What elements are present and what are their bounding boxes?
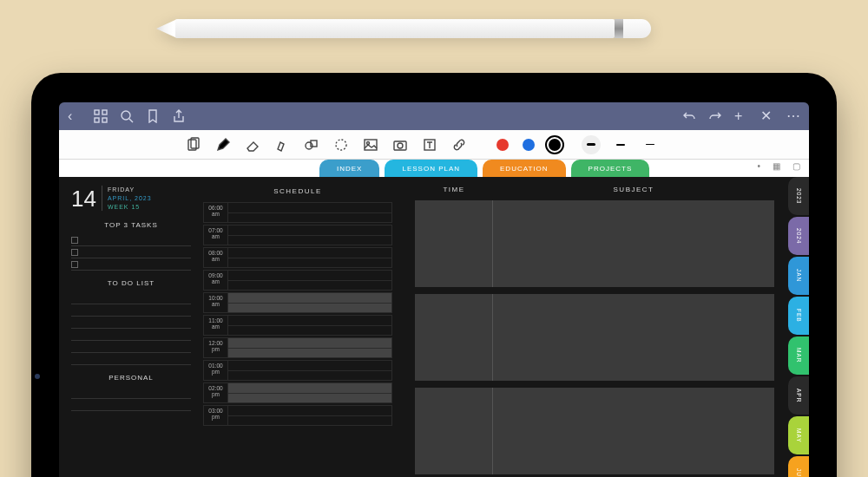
task-row[interactable] <box>71 234 191 246</box>
month-year-label: APRIL, 2023 <box>108 194 152 203</box>
schedule-slot[interactable]: 06:00am <box>203 202 392 223</box>
view-dot-icon[interactable]: • <box>757 161 760 171</box>
day-number: 14 <box>71 186 96 212</box>
add-icon[interactable]: + <box>734 109 748 123</box>
svg-rect-11 <box>365 140 377 150</box>
subject-block[interactable] <box>415 388 774 474</box>
slot-time: 09:00am <box>203 270 227 291</box>
stroke-med[interactable] <box>611 135 630 154</box>
side-tab-may[interactable]: MAY <box>788 416 809 454</box>
color-blue[interactable] <box>523 139 535 151</box>
todo-line[interactable] <box>71 292 191 304</box>
view-grid-icon[interactable]: ▦ <box>773 161 780 171</box>
schedule-slot[interactable]: 11:00am <box>203 315 392 336</box>
svg-point-4 <box>122 111 130 120</box>
svg-rect-3 <box>102 118 107 122</box>
todo-line[interactable] <box>71 353 191 365</box>
ipad-frame: ‹ + ✕ ⋯ <box>31 73 837 477</box>
todo-line[interactable] <box>71 304 191 317</box>
slot-time: 12:00pm <box>203 337 227 358</box>
schedule-slot[interactable]: 03:00pm <box>203 405 392 426</box>
schedule-slot[interactable]: 02:00pm <box>203 382 392 403</box>
slot-time: 08:00am <box>203 247 227 268</box>
task-row[interactable] <box>71 246 191 258</box>
text-tool-icon[interactable] <box>417 134 443 156</box>
tab-education[interactable]: EDUCATION <box>483 160 566 177</box>
pen-tool-icon[interactable] <box>210 134 236 156</box>
svg-rect-1 <box>102 110 107 114</box>
subject-column: TIME SUBJECT <box>398 177 809 477</box>
grid-icon[interactable] <box>94 109 108 123</box>
search-icon[interactable] <box>120 109 134 123</box>
personal-header: PERSONAL <box>71 374 191 382</box>
lasso-tool-icon[interactable] <box>328 134 354 156</box>
weekday-label: FRIDAY <box>108 186 152 194</box>
side-tab-apr[interactable]: APR <box>788 376 809 415</box>
side-tab-2023[interactable]: 2023 <box>788 177 809 215</box>
bookmark-icon[interactable] <box>146 109 160 123</box>
svg-point-14 <box>398 143 403 148</box>
tab-projects[interactable]: PROJECTS <box>571 160 650 177</box>
slot-time: 07:00am <box>203 225 227 245</box>
schedule-slot[interactable]: 01:00pm <box>203 360 392 381</box>
image-tool-icon[interactable] <box>358 134 384 156</box>
schedule-slot[interactable]: 07:00am <box>203 225 392 245</box>
stroke-thick[interactable] <box>582 135 601 154</box>
screen: ‹ + ✕ ⋯ <box>59 102 809 477</box>
tab-lesson-plan[interactable]: LESSON PLAN <box>385 160 477 177</box>
svg-point-10 <box>336 140 346 150</box>
side-tabs: 20232024JANFEBMARAPRMAYJUN <box>788 177 809 477</box>
slot-time: 10:00am <box>203 292 227 313</box>
shapes-tool-icon[interactable] <box>299 134 325 156</box>
todo-header: TO DO LIST <box>71 279 191 287</box>
color-black[interactable] <box>549 139 561 151</box>
more-icon[interactable]: ⋯ <box>786 109 800 123</box>
tab-index[interactable]: INDEX <box>319 160 379 177</box>
share-icon[interactable] <box>172 109 186 123</box>
subject-block[interactable] <box>415 294 774 381</box>
top-tasks-header: TOP 3 TASKS <box>71 221 191 229</box>
slot-time: 02:00pm <box>203 382 227 403</box>
todo-line[interactable] <box>71 341 191 353</box>
checkbox-icon[interactable] <box>71 249 78 256</box>
apple-pencil <box>156 19 651 38</box>
schedule-slot[interactable]: 08:00am <box>203 247 392 268</box>
undo-icon[interactable] <box>682 109 696 123</box>
todo-line[interactable] <box>71 317 191 329</box>
side-tab-2024[interactable]: 2024 <box>788 217 809 255</box>
left-column: 14 FRIDAY APRIL, 2023 WEEK 15 TOP 3 TASK… <box>59 177 198 477</box>
link-tool-icon[interactable] <box>446 134 472 156</box>
slot-time: 06:00am <box>203 202 227 223</box>
back-icon[interactable]: ‹ <box>68 109 82 123</box>
stroke-thin[interactable] <box>641 135 660 154</box>
color-red[interactable] <box>496 139 509 151</box>
eraser-tool-icon[interactable] <box>240 134 266 156</box>
pencil-tip <box>156 19 177 38</box>
svg-rect-0 <box>95 110 99 114</box>
side-tab-jan[interactable]: JAN <box>788 257 809 295</box>
view-square-icon[interactable]: ▢ <box>792 161 800 171</box>
checkbox-icon[interactable] <box>71 237 78 244</box>
highlighter-tool-icon[interactable] <box>269 134 295 156</box>
side-tab-jun[interactable]: JUN <box>788 456 809 477</box>
camera-tool-icon[interactable] <box>387 134 413 156</box>
close-icon[interactable]: ✕ <box>760 109 774 123</box>
todo-line[interactable] <box>71 329 191 341</box>
schedule-slot[interactable]: 09:00am <box>203 270 392 291</box>
svg-point-8 <box>306 142 312 149</box>
camera-icon <box>35 374 40 379</box>
task-row[interactable] <box>71 258 191 271</box>
slot-time: 01:00pm <box>203 360 227 381</box>
side-tab-feb[interactable]: FEB <box>788 297 809 335</box>
side-tab-mar[interactable]: MAR <box>788 337 809 375</box>
redo-icon[interactable] <box>708 109 722 123</box>
pencil-body <box>175 19 615 38</box>
schedule-slot[interactable]: 10:00am <box>203 292 392 313</box>
schedule-slot[interactable]: 12:00pm <box>203 337 392 358</box>
checkbox-icon[interactable] <box>71 261 78 268</box>
readonly-icon[interactable] <box>181 134 207 156</box>
personal-line[interactable] <box>71 399 191 411</box>
subject-block[interactable] <box>415 200 774 287</box>
personal-line[interactable] <box>71 387 191 399</box>
svg-rect-2 <box>95 118 99 122</box>
